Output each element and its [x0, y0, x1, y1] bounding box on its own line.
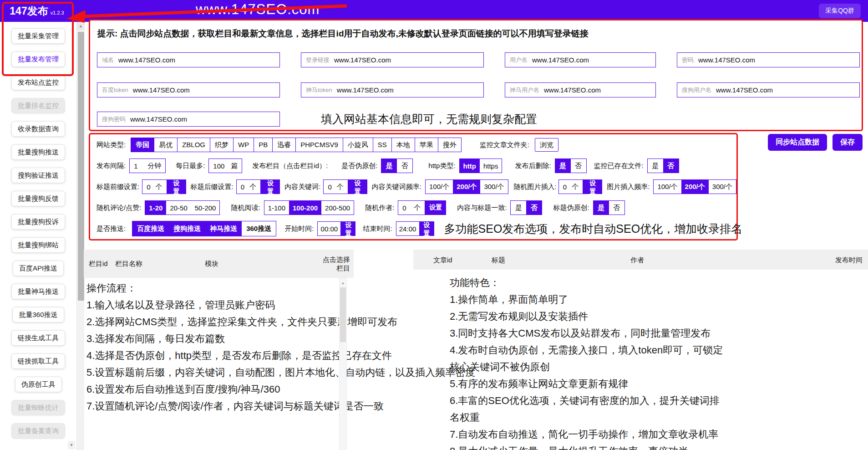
- sync-site-data-button[interactable]: 同步站点数据: [768, 134, 827, 151]
- daily-max-input[interactable]: 100 篇: [208, 159, 242, 173]
- sidebar-item[interactable]: 搜狗验证推送: [11, 168, 65, 183]
- title-prefix-label: 标题前缀设置:: [96, 183, 139, 191]
- toggle-option[interactable]: 是: [511, 201, 526, 215]
- sidebar-item[interactable]: 批量采集管理: [11, 28, 65, 44]
- text-input[interactable]: 用户名 www.147SEO.com: [505, 52, 656, 67]
- workflow-scrollbar-thumb[interactable]: [340, 287, 346, 342]
- site-type-option[interactable]: 帝国: [131, 138, 154, 152]
- start-time-input[interactable]: 00:00: [317, 221, 341, 236]
- toggle-option[interactable]: 否: [609, 201, 624, 215]
- title-suffix-input[interactable]: 0 个: [236, 179, 261, 194]
- sidebar-item[interactable]: 批量备案查询: [11, 423, 65, 439]
- frequency-option[interactable]: 300/个: [709, 180, 736, 194]
- toggle-option[interactable]: 否: [397, 159, 412, 173]
- col-header-publish-time: 发布时间: [835, 256, 863, 265]
- range-option[interactable]: 200-500: [321, 201, 354, 215]
- title-suffix-set-button[interactable]: 设置: [261, 179, 280, 194]
- sidebar-item[interactable]: 批量搜狗推送: [11, 144, 65, 160]
- range-option[interactable]: 1-20: [145, 201, 166, 215]
- sidebar-item[interactable]: 批量搜狗反馈: [11, 191, 65, 206]
- sogou-password-input[interactable]: 搜狗密码 www.147SEO.com: [97, 112, 280, 127]
- qq-group-button[interactable]: 采集QQ群: [819, 4, 861, 18]
- scroll-up-icon[interactable]: ▲: [77, 22, 85, 30]
- push-option[interactable]: 360推送: [242, 221, 276, 236]
- frequency-option[interactable]: 100/个: [426, 180, 453, 194]
- toggle-option[interactable]: 否: [526, 201, 542, 215]
- site-type-option[interactable]: WP: [233, 138, 254, 152]
- text-input[interactable]: 百度token www.147SEO.com: [97, 82, 280, 97]
- sidebar-item[interactable]: 批量排名监控: [11, 98, 65, 113]
- end-time-set-button[interactable]: 设置: [420, 221, 434, 236]
- site-type-option[interactable]: 搜外: [438, 138, 462, 152]
- content-keywords-input[interactable]: 0 个: [323, 179, 348, 194]
- sidebar-item[interactable]: 批量搜狗投诉: [11, 214, 65, 230]
- site-type-option[interactable]: 小旋风: [343, 138, 373, 152]
- sidebar-item[interactable]: 批量搜狗绑站: [11, 237, 65, 253]
- start-time-set-button[interactable]: 设置: [341, 221, 355, 236]
- sidebar-item[interactable]: 链接抓取工具: [11, 353, 65, 369]
- sidebar-item[interactable]: 批量神马推送: [11, 284, 65, 299]
- interval-row: 发布间隔: 1 分钟 每日最多: 100 篇 发布栏目（点击栏目id）: 是否伪…: [96, 158, 679, 174]
- toggle-option[interactable]: 是: [648, 159, 663, 173]
- sidebar-item[interactable]: 发布站点监控: [11, 75, 65, 90]
- sidebar-item[interactable]: 百度API推送: [13, 261, 64, 276]
- sidebar-item[interactable]: 伪原创工具: [15, 377, 62, 392]
- sidebar-item[interactable]: 批量360推送: [12, 307, 64, 322]
- content-keywords-set-button[interactable]: 设置: [348, 179, 367, 194]
- toggle-option[interactable]: 否: [663, 159, 679, 173]
- frequency-option[interactable]: 200/个: [681, 180, 709, 194]
- title-prefix-input[interactable]: 0 个: [142, 179, 167, 194]
- push-row: 是否推送: 百度推送搜狗推送神马推送360推送 开始时间: 00:00 设置 结…: [96, 221, 742, 236]
- text-input[interactable]: 密码 www.147SEO.com: [677, 52, 860, 67]
- site-type-option[interactable]: 迅睿: [272, 138, 296, 152]
- toggle-option[interactable]: 否: [571, 159, 586, 173]
- site-type-option[interactable]: PB: [254, 138, 273, 152]
- frequency-option[interactable]: 300/个: [480, 180, 508, 194]
- text-input[interactable]: 神马用户名 www.147SEO.com: [505, 82, 656, 97]
- toggle-option[interactable]: http: [460, 159, 480, 173]
- browse-button[interactable]: 浏览: [535, 138, 558, 152]
- range-option[interactable]: 20-50: [166, 201, 191, 215]
- text-input[interactable]: 神马token www.147SEO.com: [301, 82, 484, 97]
- save-button[interactable]: 保存: [832, 134, 863, 151]
- sidebar-item[interactable]: 批量发布管理: [11, 51, 65, 67]
- random-image-input[interactable]: 0 个: [558, 179, 583, 194]
- site-type-option[interactable]: 苹果: [415, 138, 438, 152]
- toggle-option[interactable]: https: [480, 159, 502, 173]
- push-option[interactable]: 神马推送: [205, 221, 242, 236]
- range-option[interactable]: 100-200: [289, 201, 321, 215]
- toggle-option[interactable]: 是: [594, 201, 609, 215]
- sidebar-item[interactable]: 链接生成工具: [11, 330, 65, 346]
- main-scrollbar-thumb[interactable]: [78, 32, 84, 301]
- interval-input[interactable]: 1 分钟: [129, 159, 166, 173]
- site-type-option[interactable]: 织梦: [210, 138, 233, 152]
- site-type-option[interactable]: ZBLOG: [177, 138, 210, 152]
- toggle-option[interactable]: 是: [555, 159, 571, 173]
- text-input[interactable]: 域名 www.147SEO.com: [97, 52, 280, 67]
- title-prefix-set-button[interactable]: 设置: [167, 179, 186, 194]
- range-option[interactable]: 50-200: [191, 201, 220, 215]
- site-type-option[interactable]: 易优: [154, 138, 178, 152]
- sidebar-item[interactable]: 收录数据查询: [11, 121, 65, 137]
- site-type-option[interactable]: PHPCMSV9: [295, 138, 343, 152]
- sidebar-item[interactable]: 批量蜘蛛统计: [11, 400, 65, 415]
- scroll-up-icon[interactable]: ▲: [340, 279, 346, 286]
- random-author-input[interactable]: 0 个: [398, 200, 425, 215]
- text-input[interactable]: 登录链接 www.147SEO.com: [301, 52, 484, 67]
- push-option[interactable]: 百度推送: [132, 221, 169, 236]
- end-time-input[interactable]: 24:00: [396, 221, 420, 236]
- site-type-option[interactable]: 本地: [391, 138, 415, 152]
- toggle-option[interactable]: 是: [381, 159, 397, 173]
- frequency-option[interactable]: 200/个: [453, 180, 480, 194]
- text-input[interactable]: 搜狗用户名 www.147SEO.com: [677, 82, 860, 97]
- sidebar-scrollbar[interactable]: ▼: [68, 22, 75, 450]
- random-image-set-button[interactable]: 设置: [583, 179, 602, 194]
- frequency-option[interactable]: 100/个: [654, 180, 681, 194]
- random-author-set-button[interactable]: 设置: [425, 200, 446, 215]
- main-scrollbar[interactable]: ▲: [76, 22, 84, 450]
- range-option[interactable]: 1-100: [264, 201, 289, 215]
- scroll-down-icon[interactable]: ▼: [68, 441, 75, 449]
- push-option[interactable]: 搜狗推送: [169, 221, 205, 236]
- workflow-scrollbar[interactable]: ▲: [339, 278, 347, 450]
- site-type-option[interactable]: SS: [373, 138, 392, 152]
